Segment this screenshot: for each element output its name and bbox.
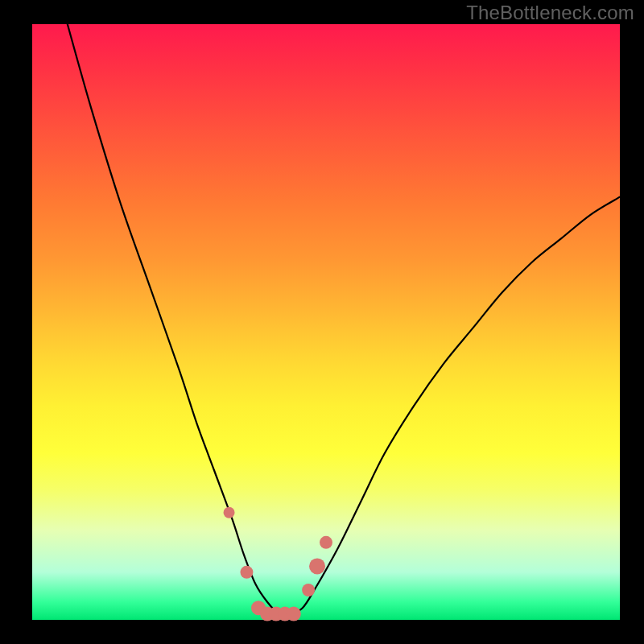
watermark-text: TheBottleneck.com (466, 2, 634, 24)
valley-marker (309, 558, 325, 574)
bottleneck-curve (68, 24, 620, 615)
valley-marker (302, 584, 315, 597)
chart-frame: TheBottleneck.com (0, 0, 644, 644)
valley-markers (224, 507, 332, 621)
valley-marker (287, 607, 301, 621)
valley-marker (240, 566, 253, 579)
valley-marker (320, 536, 332, 549)
valley-marker (224, 507, 235, 518)
chart-svg (32, 24, 620, 620)
plot-area (32, 24, 620, 620)
